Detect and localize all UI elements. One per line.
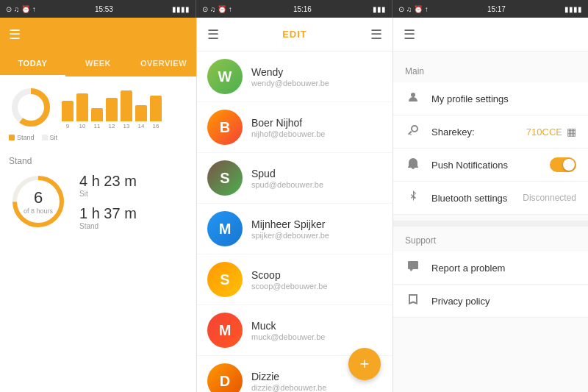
bar-label-12: 12 (106, 123, 118, 129)
right-panel: ☰ Main My profile settings Sharekey: 710… (393, 18, 588, 392)
legend-sit-dot (42, 135, 48, 140)
toggle-knob (563, 159, 575, 171)
notification-icon (405, 157, 421, 172)
settings-notifications[interactable]: Push Notifications (393, 149, 588, 182)
bar-2 (76, 93, 88, 121)
notifications-toggle[interactable] (550, 157, 576, 172)
time-stats: 4 h 23 m Sit 1 h 37 m Stand (79, 172, 137, 231)
right-menu-icon[interactable]: ☰ (404, 26, 415, 43)
contact-email-scoop: scoop@debouwer.be (251, 282, 382, 291)
ring-subtext: of 8 hours (24, 207, 53, 215)
legend-stand-label: Stand (17, 134, 35, 141)
contact-spud[interactable]: S Spud spud@debouwer.be (197, 153, 392, 204)
stand-time-value: 1 h 37 m (79, 205, 137, 222)
chart-legend: Stand Sit (9, 134, 187, 141)
donut-chart (9, 85, 53, 129)
avatar-placeholder-dizzie: D (207, 363, 243, 392)
status-battery-middle: ▮▮▮ (373, 5, 386, 13)
bar-5 (121, 90, 132, 121)
bar-label-14: 14 (135, 123, 147, 129)
settings-bluetooth[interactable]: Bluetooth settings Disconnected (393, 182, 588, 215)
sharekey-label: Sharekey: (431, 126, 526, 138)
tab-overview[interactable]: OVERVIEW (131, 51, 196, 76)
status-icons-middle-left: ⊙ ♫ ⏰ ↑ (202, 5, 232, 13)
bars-row (62, 88, 187, 121)
ring-text: 6 of 8 hours (24, 188, 53, 215)
sit-time-label: Sit (79, 190, 137, 198)
contact-info-boer: Boer Nijhof nijhof@debouwer.be (251, 117, 382, 138)
avatar-boer: B (207, 110, 243, 145)
activity-area: 9 10 11 12 13 14 16 Stand (0, 76, 196, 150)
contact-info-scoop: Scoop scoop@debouwer.be (251, 269, 382, 291)
status-battery-right: ▮▮▮▮ (564, 5, 582, 13)
status-bar-middle: ⊙ ♫ ⏰ ↑ 15:16 ▮▮▮ (196, 0, 392, 18)
legend-stand-dot (9, 135, 15, 140)
settings-profile[interactable]: My profile settings (393, 82, 588, 115)
contact-name-muck: Muck (251, 320, 382, 332)
status-icons-right-left: ⊙ ♫ ⏰ ↑ (398, 5, 429, 13)
tab-today[interactable]: TODAY (0, 51, 65, 76)
legend-sit-label: Sit (50, 134, 58, 141)
bar-1 (62, 101, 74, 121)
settings-sharekey[interactable]: Sharekey: 710CCE ▦ (393, 115, 588, 149)
bluetooth-value: Disconnected (523, 193, 576, 203)
avatar-placeholder-mijnheer: M (207, 211, 243, 246)
left-header: ☰ (0, 18, 196, 51)
support-section-title: Support (393, 232, 588, 252)
ring-number: 6 (24, 188, 53, 207)
avatar-placeholder-wendy: W (207, 59, 243, 94)
svg-rect-5 (408, 261, 418, 269)
tab-week[interactable]: WEEK (65, 51, 131, 76)
report-icon (405, 260, 421, 275)
left-menu-icon[interactable]: ☰ (9, 26, 21, 43)
left-tabs: TODAY WEEK OVERVIEW (0, 51, 196, 76)
contact-email-wendy: wendy@debouwer.be (251, 79, 382, 88)
status-bars: ⊙ ♫ ⏰ ↑ 15:53 ▮▮▮▮ ⊙ ♫ ⏰ ↑ 15:16 ▮▮▮ ⊙ ♫… (0, 0, 588, 18)
middle-settings-icon[interactable]: ☰ (370, 26, 382, 43)
contact-name-spud: Spud (251, 168, 382, 179)
settings-privacy[interactable]: Privacy policy (393, 285, 588, 318)
bar-7 (150, 96, 162, 121)
legend-stand: Stand (9, 134, 35, 141)
privacy-label: Privacy policy (431, 296, 576, 307)
contact-wendy[interactable]: W Wendy wendy@debouwer.be (197, 51, 392, 102)
bar-label-13: 13 (121, 123, 132, 129)
middle-panel: ☰ EDIT ☰ W Wendy wendy@debouwer.be B (197, 18, 393, 392)
bluetooth-icon (405, 190, 421, 205)
edit-button[interactable]: EDIT (282, 29, 307, 40)
status-bar-left: ⊙ ♫ ⏰ ↑ 15:53 ▮▮▮▮ (0, 0, 196, 18)
contact-name-boer: Boer Nijhof (251, 117, 382, 129)
add-contact-fab[interactable]: + (348, 348, 381, 380)
contact-name-scoop: Scoop (251, 269, 382, 281)
contact-name-wendy: Wendy (251, 66, 382, 78)
contact-email-mijnheer: spijker@debouwer.be (251, 231, 382, 240)
key-icon (405, 124, 421, 139)
status-time-left: 15:53 (95, 5, 113, 13)
stand-section-label: Stand (9, 156, 187, 166)
contact-email-boer: nijhof@debouwer.be (251, 129, 382, 138)
contact-boer[interactable]: B Boer Nijhof nijhof@debouwer.be (197, 102, 392, 153)
stand-time-label: Stand (79, 222, 137, 230)
avatar-scoop: S (207, 262, 243, 297)
profile-label: My profile settings (431, 93, 576, 104)
settings-report[interactable]: Report a problem (393, 252, 588, 285)
contact-email-muck: muck@debouwer.be (251, 332, 382, 341)
contact-mijnheer[interactable]: M Mijnheer Spijker spijker@debouwer.be (197, 204, 392, 254)
contacts-list: W Wendy wendy@debouwer.be B Boer Nijhof … (197, 51, 392, 392)
contact-info-muck: Muck muck@debouwer.be (251, 320, 382, 341)
stand-content: 6 of 8 hours 4 h 23 m Sit 1 h 37 m Stand (9, 172, 187, 231)
status-time-right: 15:17 (487, 5, 506, 13)
legend-sit: Sit (42, 134, 58, 141)
right-header: ☰ (393, 18, 588, 51)
ring-container: 6 of 8 hours (9, 172, 68, 231)
contact-scoop[interactable]: S Scoop scoop@debouwer.be (197, 254, 392, 305)
middle-menu-icon[interactable]: ☰ (207, 26, 219, 43)
status-bar-right: ⊙ ♫ ⏰ ↑ 15:17 ▮▮▮▮ (392, 0, 588, 18)
status-battery-left: ▮▮▮▮ (172, 5, 190, 13)
avatar-placeholder-scoop: S (207, 262, 243, 297)
main-content: ☰ TODAY WEEK OVERVIEW (0, 18, 588, 392)
status-time-middle: 15:16 (293, 5, 312, 13)
bar-label-11: 11 (91, 123, 103, 129)
contact-info-wendy: Wendy wendy@debouwer.be (251, 66, 382, 88)
contact-info-spud: Spud spud@debouwer.be (251, 168, 382, 189)
